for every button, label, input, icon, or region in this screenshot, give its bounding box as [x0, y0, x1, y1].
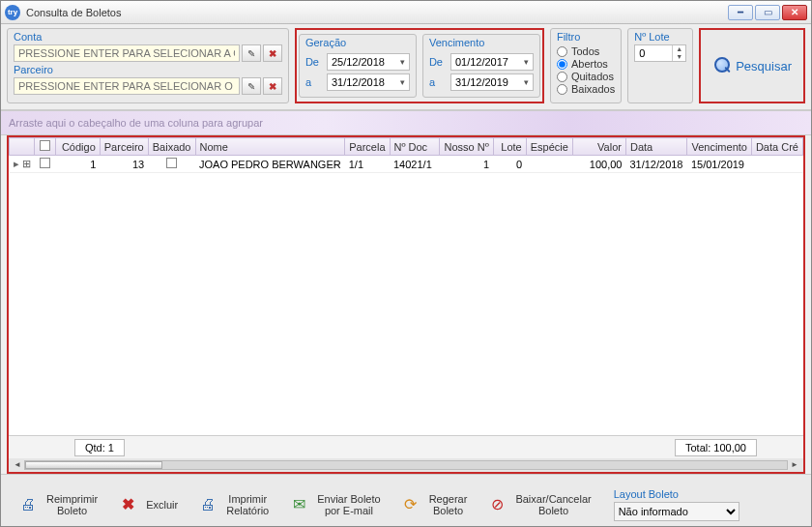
filtro-baixados-label: Baixados: [571, 83, 615, 95]
parceiro-edit-button[interactable]: ✎: [242, 77, 261, 95]
filtro-quitados-label: Quitados: [571, 71, 614, 82]
close-button[interactable]: ✕: [782, 5, 807, 20]
scroll-left-icon[interactable]: ◄: [11, 460, 24, 470]
grid-header-row: Código Parceiro Baixado Nome Parcela Nº …: [10, 138, 803, 156]
app-icon: try: [5, 5, 20, 20]
col-parcela[interactable]: Parcela: [345, 138, 390, 156]
col-check[interactable]: [35, 138, 56, 156]
total-box: Total: 100,00: [675, 439, 757, 456]
search-icon: [712, 56, 732, 75]
titlebar: try Consulta de Boletos ━ ▭ ✕: [1, 1, 811, 24]
group-hint: Arraste aqui o cabeçalho de uma coluna p…: [1, 110, 811, 135]
col-lote[interactable]: Lote: [493, 138, 526, 156]
refresh-icon: ⟳: [398, 492, 423, 517]
date-filters: Geração De 25/12/2018▾ a 31/12/2018▾ Ven…: [295, 28, 544, 103]
geracao-a-value: 31/12/2018: [332, 76, 385, 88]
enviar-email-button[interactable]: ✉ Enviar Boletopor E-mail: [279, 487, 387, 522]
lote-value: 0: [635, 47, 672, 59]
filtro-todos-label: Todos: [571, 45, 599, 57]
lote-input[interactable]: 0 ▲ ▼: [634, 44, 686, 62]
lote-title: Nº Lote: [634, 31, 686, 43]
baixar-label: Baixar/CancelarBoleto: [515, 493, 591, 516]
filtro-abertos[interactable]: Abertos: [557, 58, 615, 70]
horizontal-scrollbar[interactable]: ◄ ►: [9, 458, 803, 472]
account-group: Conta ✎ ✖ Parceiro ✎ ✖: [7, 28, 289, 103]
lote-group: Nº Lote 0 ▲ ▼: [627, 28, 693, 103]
grid-table[interactable]: Código Parceiro Baixado Nome Parcela Nº …: [9, 137, 803, 173]
spinner-up-icon[interactable]: ▲: [672, 45, 685, 53]
parceiro-clear-button[interactable]: ✖: [263, 77, 282, 95]
grid-footer: Qtd: 1 Total: 100,00: [9, 435, 803, 458]
geracao-a-input[interactable]: 31/12/2018▾: [327, 73, 410, 91]
venc-de-input[interactable]: 01/12/2017▾: [450, 53, 534, 71]
enviar-email-label: Enviar Boletopor E-mail: [317, 493, 380, 516]
col-especie[interactable]: Espécie: [526, 138, 572, 156]
search-button[interactable]: Pesquisar: [707, 53, 798, 78]
cell-valor: 100,00: [572, 156, 625, 173]
excluir-button[interactable]: ✖ Excluir: [108, 487, 185, 522]
mail-icon: ✉: [286, 492, 311, 517]
col-valor[interactable]: Valor: [572, 138, 625, 156]
cell-nome: JOAO PEDRO BERWANGER: [195, 156, 345, 173]
baixar-cancelar-button[interactable]: ⊘ Baixar/CancelarBoleto: [478, 487, 597, 522]
layout-select[interactable]: Não informado: [614, 502, 740, 521]
cell-ndoc: 14021/1: [390, 156, 440, 173]
col-nome[interactable]: Nome: [195, 138, 345, 156]
spinner-down-icon[interactable]: ▼: [672, 53, 685, 61]
col-rowhandle[interactable]: [10, 138, 35, 156]
venc-a-input[interactable]: 31/12/2019▾: [450, 73, 534, 91]
excluir-label: Excluir: [146, 499, 178, 511]
imprimir-relatorio-button[interactable]: 🖨 ImprimirRelatório: [188, 487, 276, 522]
cell-datacre: [751, 156, 802, 173]
col-codigo[interactable]: Código: [55, 138, 100, 156]
delete-icon: ✖: [115, 492, 140, 517]
regerar-button[interactable]: ⟳ RegerarBoleto: [392, 487, 475, 522]
dropdown-icon: ▾: [524, 57, 529, 67]
checkbox-icon[interactable]: [40, 140, 50, 151]
cell-especie: [526, 156, 572, 173]
printer-icon: 🖨: [15, 492, 41, 517]
row-indicator: ▸ ⊞: [10, 156, 35, 173]
minimize-button[interactable]: ━: [728, 5, 753, 20]
col-ndoc[interactable]: Nº Doc: [390, 138, 440, 156]
filter-panel: Conta ✎ ✖ Parceiro ✎ ✖ Geração De 25/12/…: [1, 24, 811, 110]
cell-data: 31/12/2018: [625, 156, 687, 173]
cell-codigo: 1: [55, 156, 100, 173]
col-nosso[interactable]: Nosso Nº: [440, 138, 494, 156]
filtro-todos[interactable]: Todos: [557, 45, 615, 57]
imprimir-rel-label: ImprimirRelatório: [226, 493, 269, 516]
window-title: Consulta de Boletos: [26, 7, 121, 18]
cell-lote: 0: [493, 156, 526, 173]
results-grid: Código Parceiro Baixado Nome Parcela Nº …: [7, 135, 805, 474]
conta-input[interactable]: [14, 44, 240, 62]
row-checkbox[interactable]: [40, 158, 50, 168]
filtro-quitados[interactable]: Quitados: [557, 71, 615, 82]
parceiro-input[interactable]: [14, 77, 240, 95]
geracao-de-label: De: [305, 56, 323, 68]
filtro-title: Filtro: [557, 31, 615, 43]
col-datacre[interactable]: Data Cré: [751, 138, 802, 156]
parceiro-label: Parceiro: [14, 64, 282, 75]
vencimento-group: Vencimento De 01/12/2017▾ a 31/12/2019▾: [422, 34, 540, 98]
maximize-button[interactable]: ▭: [755, 5, 780, 20]
reimprimir-button[interactable]: 🖨 ReimprimirBoleto: [9, 487, 104, 522]
scrollbar-thumb[interactable]: [25, 461, 162, 469]
bottom-toolbar: 🖨 ReimprimirBoleto ✖ Excluir 🖨 ImprimirR…: [1, 474, 811, 527]
venc-a-label: a: [429, 76, 447, 88]
cell-parcela: 1/1: [345, 156, 390, 173]
table-row[interactable]: ▸ ⊞ 1 13 JOAO PEDRO BERWANGER 1/1 14021/…: [10, 156, 803, 173]
regerar-label: RegerarBoleto: [429, 493, 468, 516]
geracao-de-input[interactable]: 25/12/2018▾: [327, 53, 410, 71]
scrollbar-track[interactable]: [24, 460, 788, 470]
conta-edit-button[interactable]: ✎: [242, 44, 261, 62]
scroll-right-icon[interactable]: ►: [788, 460, 801, 470]
search-area: Pesquisar: [699, 28, 805, 103]
dropdown-icon: ▾: [400, 77, 405, 87]
col-venc[interactable]: Vencimento: [687, 138, 751, 156]
col-parceiro[interactable]: Parceiro: [100, 138, 148, 156]
conta-clear-button[interactable]: ✖: [263, 44, 282, 62]
col-data[interactable]: Data: [625, 138, 687, 156]
cell-baixado-checkbox: [166, 158, 177, 168]
col-baixado[interactable]: Baixado: [148, 138, 195, 156]
filtro-baixados[interactable]: Baixados: [557, 83, 615, 95]
